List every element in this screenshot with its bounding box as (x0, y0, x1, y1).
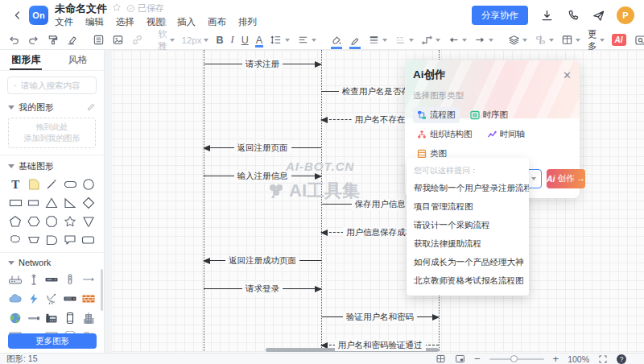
shape-patch-cable[interactable] (27, 311, 41, 325)
shape-pentagon[interactable] (8, 214, 23, 229)
shape-blob[interactable] (8, 233, 23, 247)
shape-signal-tower[interactable] (63, 272, 77, 287)
menu-edit[interactable]: 编辑 (85, 16, 104, 28)
link-icon[interactable] (131, 33, 143, 48)
phone-icon[interactable] (565, 8, 580, 23)
ai-tools-button[interactable]: AI (612, 34, 626, 46)
stroke-color-icon[interactable] (349, 33, 361, 48)
user-avatar[interactable]: P (617, 6, 634, 24)
shape-note[interactable] (27, 177, 41, 192)
network-section-header[interactable]: Network (0, 254, 104, 271)
shape-lightning[interactable] (27, 292, 41, 306)
download-icon[interactable] (539, 8, 554, 23)
font-color-button[interactable]: A (256, 35, 262, 46)
shape-smartphone[interactable] (63, 311, 77, 325)
menu-select[interactable]: 选择 (116, 16, 134, 28)
my-shapes-header[interactable]: 我的图形 (0, 98, 104, 117)
line-width-icon[interactable] (368, 33, 387, 48)
menu-arrange[interactable]: 排列 (238, 16, 257, 28)
menu-file[interactable]: 文件 (55, 16, 73, 28)
more-shapes-button[interactable]: 更多图形 (8, 333, 97, 349)
align-text-icon[interactable] (297, 33, 316, 48)
shape-building[interactable] (81, 311, 96, 325)
zoom-slider[interactable] (489, 358, 544, 360)
redo-icon[interactable] (27, 33, 39, 48)
arrow-start-icon[interactable] (448, 33, 467, 48)
shape-cone[interactable] (81, 214, 96, 229)
layers-icon[interactable] (508, 33, 527, 48)
seq-message[interactable]: 请求注册 (204, 58, 321, 71)
line-height-icon[interactable] (270, 33, 290, 48)
format-painter-icon[interactable] (47, 33, 59, 48)
shape-star[interactable] (63, 214, 77, 229)
shape-globe[interactable] (8, 311, 23, 325)
more-tools-button[interactable]: 更多 (588, 28, 605, 52)
suggestion-item[interactable]: 帮我绘制一个用户登录注册流程 (407, 179, 529, 197)
shape-satellite-dish[interactable] (44, 292, 59, 306)
shape-hexagon[interactable] (27, 214, 41, 229)
document-title[interactable]: 未命名文件 (55, 2, 107, 16)
shape-triangle[interactable] (44, 196, 59, 210)
type-org-chart[interactable]: 组织结构图 (413, 126, 477, 143)
fill-color-icon[interactable] (331, 33, 342, 48)
seq-message[interactable]: 用户名和密码验证通过 (321, 339, 439, 352)
shape-right-triangle[interactable] (63, 196, 77, 210)
ai-create-button[interactable]: Ai 创作 → (547, 169, 585, 188)
zoom-slider-handle[interactable] (510, 355, 518, 362)
arrow-end-icon[interactable] (474, 33, 493, 48)
shape-rectangle-2[interactable] (27, 196, 41, 210)
clear-format-icon[interactable] (66, 33, 78, 48)
zoom-in-button[interactable]: + (553, 354, 559, 364)
shape-d-shape[interactable] (44, 233, 59, 247)
shape-wireless-router[interactable] (8, 272, 23, 287)
basic-shapes-header[interactable]: 基础图形 (0, 157, 104, 176)
shape-search-box[interactable] (7, 77, 97, 94)
suggestion-item[interactable]: 北京教师资格考试报名流程图 (407, 271, 529, 290)
seq-message[interactable]: 返回注册成功页面 (204, 254, 321, 267)
shape-trapezoid[interactable] (27, 233, 41, 247)
search-input[interactable] (21, 81, 90, 90)
seq-message[interactable]: 请求登录 (204, 283, 321, 296)
seq-message[interactable]: 输入注册信息 (204, 170, 321, 183)
shape-diamond[interactable] (81, 196, 96, 210)
type-flowchart[interactable]: 流程图 (413, 107, 460, 123)
undo-icon[interactable] (8, 33, 20, 48)
shape-octagon[interactable] (44, 214, 59, 229)
bold-button[interactable]: B (216, 35, 223, 46)
app-logo[interactable]: On (29, 6, 48, 25)
connector-type-icon[interactable] (421, 33, 440, 48)
help-icon[interactable]: ? (617, 354, 626, 364)
shape-speech-bubble[interactable] (63, 233, 77, 247)
tab-shape-library[interactable]: 图形库 (0, 50, 52, 70)
shape-pill[interactable] (63, 177, 77, 192)
my-shapes-dropzone[interactable]: 拖到此处 添加到我的图形 (8, 118, 96, 148)
align-objects-icon[interactable] (535, 33, 554, 48)
close-icon[interactable]: ✕ (563, 70, 572, 81)
table-icon[interactable] (561, 33, 580, 48)
shape-switch[interactable] (44, 272, 59, 287)
menu-canvas[interactable]: 画布 (208, 16, 226, 28)
suggestion-item[interactable]: 获取法律援助流程 (407, 234, 529, 253)
shape-text[interactable]: T (8, 177, 23, 192)
sidebar-scrollbar[interactable] (101, 269, 103, 311)
back-icon[interactable] (10, 7, 26, 23)
image-icon[interactable] (112, 33, 124, 48)
preview-icon[interactable] (634, 33, 644, 48)
lifeline[interactable] (204, 50, 204, 351)
grid-toggle-icon[interactable] (436, 354, 446, 364)
type-sequence[interactable]: 时序图 (466, 107, 513, 123)
type-timeline[interactable]: 时间轴 (483, 126, 530, 143)
shape-rectangle[interactable] (8, 196, 23, 210)
shape-rack-server[interactable] (63, 292, 77, 306)
fullscreen-icon[interactable] (598, 354, 608, 364)
edit-pencil-icon[interactable] (86, 102, 96, 114)
shape-cable-arrow[interactable] (81, 272, 96, 287)
send-icon[interactable] (591, 8, 605, 23)
underline-button[interactable]: U (242, 35, 249, 46)
minimap-icon[interactable] (455, 354, 465, 364)
shape-fax-machine[interactable] (44, 311, 59, 325)
chevron-down-icon[interactable] (531, 177, 536, 180)
zoom-level[interactable]: 100% (568, 354, 589, 364)
tab-style[interactable]: 风格 (52, 50, 105, 70)
share-collab-button[interactable]: 分享协作 (472, 6, 528, 25)
